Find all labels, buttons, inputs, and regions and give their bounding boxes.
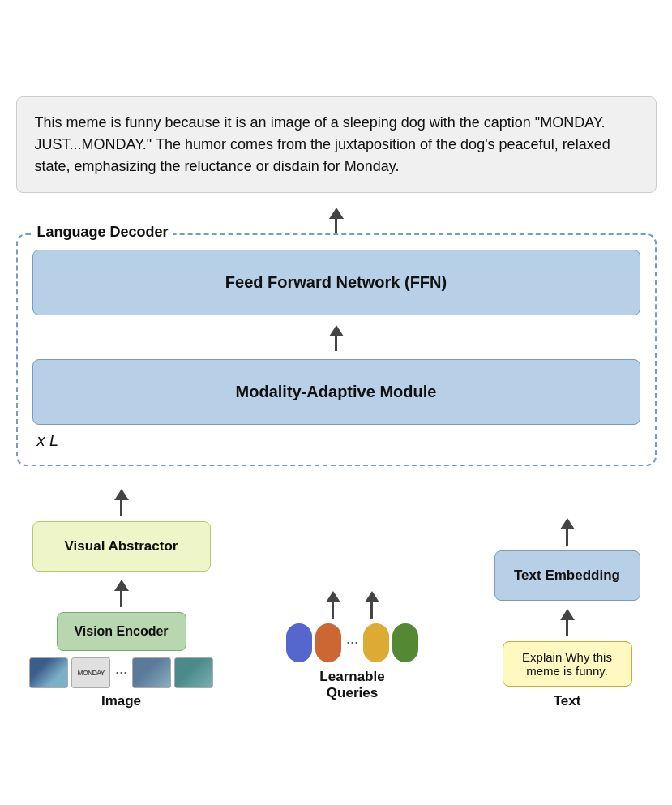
arrow-lq-left	[326, 591, 340, 619]
lq-circle-green	[392, 623, 418, 662]
image-label: Image	[101, 693, 141, 709]
right-section: Text Embedding Explain Why this meme is …	[478, 518, 657, 709]
lq-circle-blue	[286, 623, 312, 662]
output-text-box: This meme is funny because it is an imag…	[16, 96, 657, 193]
arrow-head-ve-va	[114, 580, 129, 591]
arrow-head-lq-right	[365, 591, 379, 602]
left-section: Visual Abstractor Vision Encoder MONDAY …	[16, 489, 227, 709]
middle-section: ··· LearnableQueries	[272, 591, 434, 709]
arrow-shaft-mam-ffn	[335, 336, 337, 351]
arrow-shaft-lq-right	[370, 602, 373, 619]
arrow-text-te	[560, 609, 575, 636]
arrow-head-te-mam	[560, 518, 575, 529]
xl-label: x L	[37, 431, 640, 450]
arrow-head-mam-ffn	[329, 325, 344, 336]
lq-label: LearnableQueries	[319, 669, 384, 701]
image-thumb-4	[174, 657, 213, 688]
image-row: MONDAY ···	[29, 657, 213, 688]
lq-circle-yellow	[363, 623, 389, 662]
text-label: Text	[554, 693, 581, 709]
lq-dots: ···	[346, 634, 358, 651]
arrow-head-output	[329, 208, 344, 219]
image-thumb-3	[132, 657, 171, 688]
text-embedding-box: Text Embedding	[494, 550, 640, 601]
arrow-shaft-te-mam	[566, 529, 568, 546]
image-dots: ···	[115, 664, 127, 681]
lq-circle-orange	[315, 623, 341, 662]
bottom-row: Visual Abstractor Vision Encoder MONDAY …	[16, 489, 657, 709]
image-thumb-2: MONDAY	[71, 657, 110, 688]
arrow-output	[329, 208, 344, 233]
vision-encoder-box: Vision Encoder	[57, 612, 186, 651]
visual-abstractor-box: Visual Abstractor	[32, 521, 211, 572]
text-input-box: Explain Why this meme is funny.	[503, 641, 632, 687]
arrow-head-text-te	[560, 609, 575, 620]
language-decoder-label: Language Decoder	[32, 224, 173, 241]
arrow-mam-ffn	[32, 325, 640, 351]
arrow-shaft-lq-left	[332, 602, 334, 619]
arrow-shaft-ve-va	[120, 591, 122, 607]
arrow-head-lq-left	[326, 591, 340, 602]
arrow-head-va-mam	[114, 489, 129, 500]
lq-circles: ···	[286, 623, 418, 662]
ffn-box: Feed Forward Network (FFN)	[32, 250, 640, 315]
image-thumb-1	[29, 657, 68, 688]
arrow-lq-right	[365, 591, 379, 619]
arrow-shaft-va-mam	[120, 500, 122, 516]
arrow-shaft-output	[335, 219, 337, 233]
arrow-ve-va	[114, 580, 129, 607]
language-decoder-box: Language Decoder Feed Forward Network (F…	[16, 233, 657, 466]
mam-box: Modality-Adaptive Module	[32, 359, 640, 425]
arrow-shaft-text-te	[566, 620, 568, 636]
arrow-va-mam	[114, 489, 129, 516]
arrow-te-mam	[560, 518, 575, 546]
lq-arrows-row	[326, 591, 379, 619]
main-container: This meme is funny because it is an imag…	[16, 96, 657, 709]
